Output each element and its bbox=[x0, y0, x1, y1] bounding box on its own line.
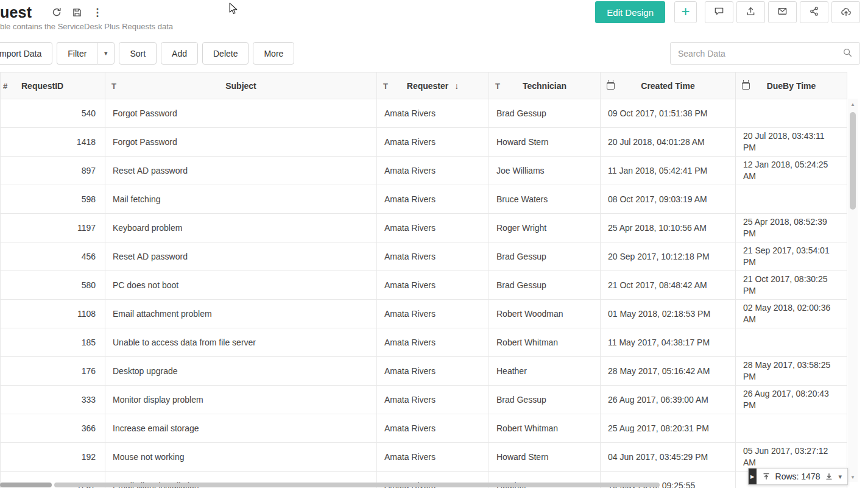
cell-dueby_time[interactable]: 05 Jun 2017, 03:27:12 AM bbox=[736, 443, 847, 472]
search-input[interactable] bbox=[678, 49, 842, 58]
cell-created_time[interactable]: 08 Oct 2017, 09:03:19 AM bbox=[601, 185, 736, 214]
cell-technician[interactable]: Brad Gessup bbox=[489, 99, 601, 128]
cell-technician[interactable]: Howard Stern bbox=[489, 128, 601, 157]
horizontal-scrollbar[interactable] bbox=[0, 482, 868, 488]
column-header-requestid[interactable]: #RequestID bbox=[1, 72, 105, 99]
cell-requester[interactable]: Amata Rivers bbox=[377, 386, 489, 414]
cell-dueby_time[interactable]: 12 Jan 2018, 05:24:25 AM bbox=[736, 157, 847, 185]
share-button[interactable] bbox=[800, 1, 828, 23]
cell-requester[interactable]: Amata Rivers bbox=[377, 443, 489, 472]
cell-created_time[interactable]: 09 Oct 2017, 01:51:38 PM bbox=[601, 99, 736, 128]
cell-requestid[interactable]: 366 bbox=[1, 414, 105, 443]
column-header-technician[interactable]: TTechnician bbox=[489, 72, 601, 99]
cell-dueby_time[interactable] bbox=[736, 99, 847, 128]
cell-requester[interactable]: Amata Rivers bbox=[377, 214, 489, 242]
cell-dueby_time[interactable]: 20 Jul 2018, 03:43:11 PM bbox=[736, 128, 847, 157]
more-button[interactable]: More bbox=[253, 42, 294, 65]
cell-requestid[interactable]: 598 bbox=[1, 185, 105, 214]
email-button[interactable] bbox=[768, 1, 797, 23]
cell-requester[interactable]: Amata Rivers bbox=[377, 300, 489, 328]
cell-requestid[interactable]: 540 bbox=[1, 99, 105, 128]
go-to-last-row-icon[interactable] bbox=[825, 472, 833, 481]
cell-requester[interactable]: Amata Rivers bbox=[377, 357, 489, 386]
scroll-up-icon[interactable]: ▲ bbox=[848, 102, 858, 107]
cell-subject[interactable]: Mouse not working bbox=[105, 443, 377, 472]
cell-subject[interactable]: Forgot Password bbox=[105, 128, 377, 157]
publish-button[interactable] bbox=[831, 1, 860, 23]
refresh-icon[interactable] bbox=[51, 7, 62, 18]
cell-dueby_time[interactable]: 02 May 2018, 02:00:36 AM bbox=[736, 300, 847, 328]
cell-technician[interactable]: Brad Gessup bbox=[489, 271, 601, 300]
cell-created_time[interactable]: 11 May 2017, 04:38:17 PM bbox=[601, 328, 736, 357]
sort-button[interactable]: Sort bbox=[119, 42, 157, 65]
cell-subject[interactable]: Increase email storage bbox=[105, 414, 377, 443]
cell-technician[interactable]: Robert Woodman bbox=[489, 300, 601, 328]
rows-dropdown-icon[interactable]: ▾ bbox=[838, 473, 842, 481]
cell-subject[interactable]: Mail fetching bbox=[105, 185, 377, 214]
scroll-down-icon[interactable]: ▼ bbox=[848, 475, 858, 480]
cell-requestid[interactable]: 192 bbox=[1, 443, 105, 472]
cell-requestid[interactable]: 1108 bbox=[1, 300, 105, 328]
delete-button[interactable]: Delete bbox=[202, 42, 249, 65]
cell-dueby_time[interactable]: 26 Aug 2017, 08:20:43 PM bbox=[736, 386, 847, 414]
cell-created_time[interactable]: 21 Oct 2017, 08:48:42 AM bbox=[601, 271, 736, 300]
cell-technician[interactable]: Brad Gessup bbox=[489, 242, 601, 271]
cell-dueby_time[interactable]: 21 Sep 2017, 03:54:01 PM bbox=[736, 242, 847, 271]
cell-subject[interactable]: Desktop upgrade bbox=[105, 357, 377, 386]
cell-dueby_time[interactable]: 21 Oct 2017, 08:30:25 PM bbox=[736, 271, 847, 300]
cell-created_time[interactable]: 25 Apr 2018, 10:10:56 AM bbox=[601, 214, 736, 242]
cell-technician[interactable]: Heather bbox=[489, 357, 601, 386]
cell-requester[interactable]: Amata Rivers bbox=[377, 99, 489, 128]
cell-requestid[interactable]: 897 bbox=[1, 157, 105, 185]
cell-requester[interactable]: Amata Rivers bbox=[377, 185, 489, 214]
cell-created_time[interactable]: 25 Aug 2017, 08:20:31 PM bbox=[601, 414, 736, 443]
cell-dueby_time[interactable] bbox=[736, 414, 847, 443]
cell-created_time[interactable]: 26 Aug 2017, 06:39:00 AM bbox=[601, 386, 736, 414]
horizontal-scrollbar-left-segment[interactable] bbox=[0, 483, 52, 487]
cell-technician[interactable]: Robert Whitman bbox=[489, 414, 601, 443]
cell-subject[interactable]: Monitor display problem bbox=[105, 386, 377, 414]
column-header-requester[interactable]: TRequester↓ bbox=[377, 72, 489, 99]
cell-technician[interactable]: Robert Whitman bbox=[489, 328, 601, 357]
cell-requester[interactable]: Amata Rivers bbox=[377, 157, 489, 185]
cell-technician[interactable]: Howard Stern bbox=[489, 443, 601, 472]
status-expand-tab[interactable]: ▶ bbox=[749, 469, 757, 484]
horizontal-scrollbar-thumb[interactable] bbox=[54, 483, 660, 487]
cell-subject[interactable]: Unable to access data from file server bbox=[105, 328, 377, 357]
cell-created_time[interactable]: 20 Sep 2017, 10:12:18 PM bbox=[601, 242, 736, 271]
filter-dropdown-button[interactable]: ▾ bbox=[97, 42, 115, 65]
comment-button[interactable] bbox=[705, 1, 733, 23]
cell-dueby_time[interactable]: 28 May 2017, 03:58:25 PM bbox=[736, 357, 847, 386]
cell-requestid[interactable]: 580 bbox=[1, 271, 105, 300]
cell-requestid[interactable]: 185 bbox=[1, 328, 105, 357]
cell-technician[interactable]: Joe Williams bbox=[489, 157, 601, 185]
cell-created_time[interactable]: 11 Jan 2018, 05:42:41 PM bbox=[601, 157, 736, 185]
edit-design-button[interactable]: Edit Design bbox=[595, 1, 665, 23]
cell-technician[interactable]: Bruce Waters bbox=[489, 185, 601, 214]
vertical-scrollbar[interactable]: ▲ ▼ bbox=[848, 99, 858, 482]
cell-dueby_time[interactable]: 25 Apr 2018, 08:52:39 PM bbox=[736, 214, 847, 242]
import-data-button[interactable]: mport Data bbox=[0, 42, 52, 65]
column-header-dueby_time[interactable]: DueBy Time bbox=[736, 72, 847, 99]
cell-requester[interactable]: Amata Rivers bbox=[377, 328, 489, 357]
export-button[interactable] bbox=[736, 1, 765, 23]
cell-requestid[interactable]: 333 bbox=[1, 386, 105, 414]
cell-created_time[interactable]: 01 May 2018, 02:18:53 PM bbox=[601, 300, 736, 328]
save-icon[interactable] bbox=[72, 7, 82, 18]
cell-created_time[interactable]: 28 May 2017, 05:16:42 AM bbox=[601, 357, 736, 386]
cell-created_time[interactable]: 20 Jul 2018, 04:01:28 AM bbox=[601, 128, 736, 157]
cell-created_time[interactable]: 04 Jun 2017, 03:45:29 PM bbox=[601, 443, 736, 472]
cell-requestid[interactable]: 1197 bbox=[1, 214, 105, 242]
filter-button[interactable]: Filter bbox=[57, 42, 97, 65]
cell-requester[interactable]: Amata Rivers bbox=[377, 414, 489, 443]
cell-requester[interactable]: Amata Rivers bbox=[377, 242, 489, 271]
cell-requestid[interactable]: 1418 bbox=[1, 128, 105, 157]
cell-requestid[interactable]: 456 bbox=[1, 242, 105, 271]
cell-dueby_time[interactable] bbox=[736, 185, 847, 214]
cell-subject[interactable]: Reset AD password bbox=[105, 242, 377, 271]
go-to-first-row-icon[interactable] bbox=[762, 472, 771, 481]
cell-requester[interactable]: Amata Rivers bbox=[377, 271, 489, 300]
cell-technician[interactable]: Brad Gessup bbox=[489, 386, 601, 414]
cell-subject[interactable]: PC does not boot bbox=[105, 271, 377, 300]
column-header-created_time[interactable]: Created Time bbox=[601, 72, 736, 99]
